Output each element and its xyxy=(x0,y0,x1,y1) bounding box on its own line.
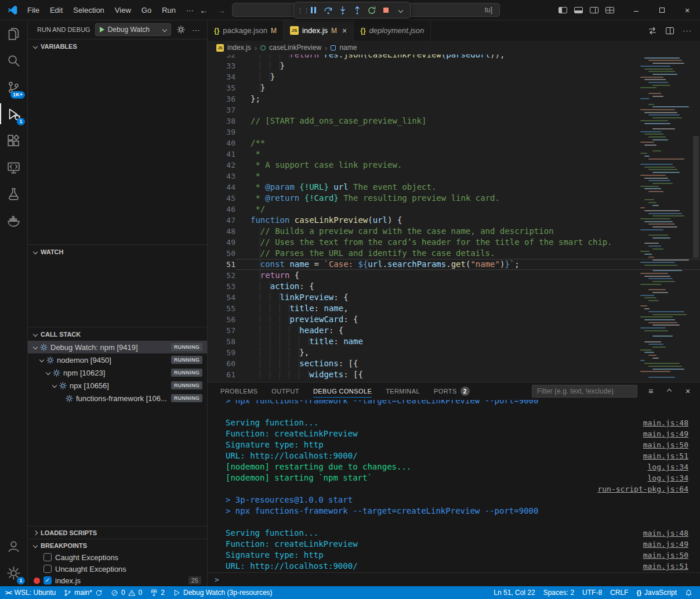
breakpoint-row-indexjs[interactable]: ✓ index.js 25 xyxy=(28,575,207,586)
line-number[interactable]: 57 xyxy=(208,325,235,336)
call-stack-session[interactable]: nodemon [9450]RUNNING xyxy=(28,353,207,366)
sidebar-item-docker[interactable] xyxy=(0,207,27,234)
tab-output[interactable]: OUTPUT xyxy=(271,383,299,400)
code-line-42[interactable]: 42 * A support case link preview. xyxy=(208,160,700,171)
source-link[interactable]: main.js:48 xyxy=(643,417,688,428)
line-number[interactable]: 49 xyxy=(208,237,235,248)
forwarded-ports-item[interactable]: 2 xyxy=(146,586,169,599)
maximize-panel-icon[interactable] xyxy=(664,386,674,396)
settings-button[interactable]: 1 xyxy=(0,560,27,586)
watch-section-header[interactable]: WATCH xyxy=(28,244,207,258)
code-line-54[interactable]: 54 linkPreview: { xyxy=(208,292,700,303)
tab-problems[interactable]: PROBLEMS xyxy=(220,383,257,400)
close-window-button[interactable]: × xyxy=(674,0,700,20)
sidebar-item-testing[interactable] xyxy=(0,181,27,207)
code-line-59[interactable]: 59 }, xyxy=(208,347,700,358)
breakpoint-row-caught-exceptions[interactable]: Caught Exceptions xyxy=(28,551,207,563)
checkbox-unchecked[interactable] xyxy=(43,565,52,573)
breakpoint-row-uncaught-exceptions[interactable]: Uncaught Exceptions xyxy=(28,563,207,575)
source-link[interactable]: main.js:49 xyxy=(643,428,688,439)
variables-section-header[interactable]: VARIABLES xyxy=(28,39,207,53)
tab-terminal[interactable]: TERMINAL xyxy=(386,383,420,400)
maximize-button[interactable] xyxy=(649,0,674,20)
line-number[interactable]: 35 xyxy=(208,82,235,93)
toggle-sidebar-icon[interactable] xyxy=(558,7,567,13)
line-number[interactable]: 58 xyxy=(208,336,235,347)
call-stack-session[interactable]: Debug Watch: npm [9419]RUNNING xyxy=(28,341,207,353)
code-line-56[interactable]: 56 previewCard: { xyxy=(208,314,700,325)
line-number[interactable]: 43 xyxy=(208,171,235,182)
menu-selection[interactable]: Selection xyxy=(68,0,109,20)
call-stack-session[interactable]: npx [10656]RUNNING xyxy=(28,379,207,392)
code-line-41[interactable]: 41 * xyxy=(208,149,700,160)
scrollbar-thumb[interactable] xyxy=(693,136,699,258)
call-stack-session[interactable]: functions-framework [106...RUNNING xyxy=(28,392,207,405)
stop-button[interactable] xyxy=(379,3,393,17)
menu-more[interactable]: ··· xyxy=(181,0,199,20)
code-line-32[interactable]: 32 return res.json(caseLinkPreview(parse… xyxy=(208,55,700,60)
minimap[interactable] xyxy=(639,55,692,382)
nav-forward-icon[interactable]: → xyxy=(217,5,226,15)
code-line-47[interactable]: 47function caseLinkPreview(url) { xyxy=(208,215,700,226)
code-line-60[interactable]: 60 sections: [{ xyxy=(208,358,700,369)
breadcrumb-file[interactable]: index.js xyxy=(227,44,251,52)
console-input-row[interactable]: > xyxy=(208,572,700,586)
code-line-40[interactable]: 40/** xyxy=(208,138,700,149)
source-link[interactable]: run-script-pkg.js:64 xyxy=(597,483,688,495)
line-number[interactable]: 37 xyxy=(208,104,235,116)
code-line-50[interactable]: 50 // Parses the URL and identify the ca… xyxy=(208,248,700,259)
close-tab-icon[interactable]: × xyxy=(342,26,347,35)
breadcrumb-symbol[interactable]: caseLinkPreview xyxy=(269,44,321,52)
restart-button[interactable] xyxy=(365,3,378,17)
notifications-item[interactable] xyxy=(681,586,697,599)
step-over-button[interactable] xyxy=(321,3,335,17)
code-line-51[interactable]: 51 const name = `Case: ${url.searchParam… xyxy=(208,259,700,270)
line-number[interactable]: 60 xyxy=(208,358,235,369)
tab-index-js[interactable]: JS index.js M × xyxy=(284,20,354,41)
toolbar-grip-icon[interactable]: ⋮⋮ xyxy=(297,8,306,13)
git-branch-item[interactable]: main* xyxy=(60,586,107,599)
line-number[interactable]: 46 xyxy=(208,204,235,215)
cursor-position-item[interactable]: Ln 51, Col 22 xyxy=(489,586,539,599)
line-number[interactable]: 40 xyxy=(208,138,235,149)
line-number[interactable]: 61 xyxy=(208,369,235,380)
sidebar-item-run-and-debug[interactable]: 1 xyxy=(0,100,27,127)
source-link[interactable]: log.js:34 xyxy=(648,472,688,483)
line-number[interactable]: 47 xyxy=(208,215,235,226)
menu-go[interactable]: Go xyxy=(136,0,157,20)
remote-indicator[interactable]: >< WSL: Ubuntu xyxy=(1,586,60,599)
indentation-item[interactable]: Spaces: 2 xyxy=(539,586,578,599)
accounts-button[interactable] xyxy=(0,533,27,560)
split-editor-icon[interactable] xyxy=(666,27,674,34)
call-stack-session[interactable]: npm [10623]RUNNING xyxy=(28,366,207,379)
debug-config-dropdown[interactable]: Debug Watch xyxy=(95,23,171,36)
tab-package-json[interactable]: {} package.json M xyxy=(208,20,284,41)
code-line-61[interactable]: 61 widgets: [{ xyxy=(208,369,700,380)
sidebar-item-search[interactable] xyxy=(0,47,27,74)
minimize-button[interactable]: – xyxy=(623,0,649,20)
tab-ports[interactable]: PORTS2 xyxy=(434,383,470,400)
step-out-button[interactable] xyxy=(350,3,364,17)
code-line-43[interactable]: 43 * xyxy=(208,171,700,182)
code-line-45[interactable]: 45 * @return {!Card} The resulting previ… xyxy=(208,193,700,204)
line-number[interactable]: 42 xyxy=(208,160,235,171)
code-line-36[interactable]: 36}; xyxy=(208,93,700,104)
toggle-secondary-sidebar-icon[interactable] xyxy=(590,7,599,13)
source-link[interactable]: log.js:34 xyxy=(648,461,688,472)
sidebar-item-explorer[interactable] xyxy=(0,20,27,47)
source-link[interactable]: main.js:49 xyxy=(643,539,688,550)
views-more-actions-button[interactable]: ··· xyxy=(191,26,201,34)
source-link[interactable]: main.js:48 xyxy=(643,528,688,539)
code-line-57[interactable]: 57 header: { xyxy=(208,325,700,336)
line-number[interactable]: 41 xyxy=(208,149,235,160)
menu-run[interactable]: Run xyxy=(157,0,181,20)
line-number[interactable]: 50 xyxy=(208,248,235,259)
source-link[interactable]: main.js:51 xyxy=(643,450,688,461)
line-number[interactable]: 33 xyxy=(208,60,235,71)
sidebar-item-extensions[interactable] xyxy=(0,127,27,154)
toggle-panel-icon[interactable] xyxy=(574,7,583,13)
tab-deployment-json[interactable]: {} deployment.json xyxy=(354,20,431,41)
line-number[interactable]: 51 xyxy=(208,259,235,270)
source-link[interactable]: main.js:51 xyxy=(643,561,688,572)
sidebar-item-remote-explorer[interactable] xyxy=(0,154,27,181)
